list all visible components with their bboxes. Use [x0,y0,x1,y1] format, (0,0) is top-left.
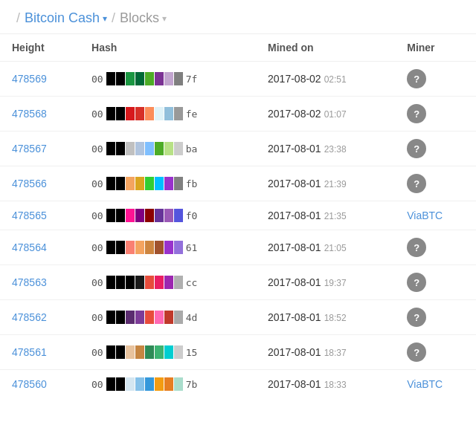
chevron-down-icon-2[interactable]: ▾ [162,13,167,24]
height-cell: 478560 [0,370,80,399]
mined-time: 18:33 [324,380,347,390]
mined-on-cell: 2017-08-0121:39 [256,166,395,201]
blocks-table: Height Hash Mined on Miner 478569007f201… [0,34,476,398]
mined-on-cell: 2017-08-0118:37 [256,335,395,370]
miner-link[interactable]: ViaBTC [407,378,443,390]
bitcoin-cash-label: Bitcoin Cash [25,10,100,26]
height-link[interactable]: 478567 [12,143,47,155]
mined-time: 21:39 [324,179,347,189]
mined-on-cell: 2017-08-0119:37 [256,265,395,300]
height-link[interactable]: 478560 [12,378,47,390]
table-row: 47856800fe2017-08-0201:07? [0,97,476,132]
mined-date: 2017-08-01 [268,143,321,155]
blocks-label-container: Blocks ▾ [120,10,167,26]
hash-prefix: 00 [91,210,103,221]
miner-cell: ? [395,166,476,201]
mined-date: 2017-08-01 [268,241,321,253]
table-row: 47856300cc2017-08-0119:37? [0,265,476,300]
height-cell: 478561 [0,335,80,370]
table-row: 47856500f02017-08-0121:35ViaBTC [0,201,476,230]
mined-date: 2017-08-01 [268,210,321,221]
hash-prefix: 00 [91,108,103,120]
hash-cell: 00f0 [80,201,256,230]
hash-cell: 004d [80,300,256,335]
hash-suffix: fe [186,108,198,120]
hash-prefix: 00 [91,347,103,358]
table-row: 478569007f2017-08-0202:51? [0,62,476,97]
height-link[interactable]: 478562 [12,311,47,323]
height-link[interactable]: 478564 [12,241,47,253]
height-link[interactable]: 478561 [12,346,47,358]
mined-date: 2017-08-01 [268,346,321,358]
mined-date: 2017-08-01 [268,178,321,189]
separator-1: / [16,10,20,26]
hash-prefix: 00 [91,74,103,85]
table-row: 47856700ba2017-08-0123:38? [0,132,476,166]
hash-suffix: fb [186,178,198,189]
hash-bar [106,142,183,155]
hash-bar [106,107,183,120]
miner-unknown-badge: ? [407,273,426,292]
table-header: Height Hash Mined on Miner [0,34,476,62]
chevron-down-icon-1[interactable]: ▾ [103,13,107,24]
miner-unknown-badge: ? [407,343,426,362]
miner-unknown-badge: ? [407,104,426,123]
hash-prefix: 00 [91,379,103,390]
miner-cell: ? [395,300,476,335]
col-hash: Hash [80,34,256,62]
height-cell: 478568 [0,97,80,132]
col-miner: Miner [395,34,476,62]
table-row: 478560007b2017-08-0118:33ViaBTC [0,370,476,399]
table-row: 47856400612017-08-0121:05? [0,230,476,265]
mined-date: 2017-08-01 [268,311,321,323]
bitcoin-cash-link[interactable]: Bitcoin Cash ▾ [25,10,107,26]
mined-on-cell: 2017-08-0118:33 [256,370,395,399]
hash-cell: 00fe [80,97,256,132]
height-cell: 478563 [0,265,80,300]
mined-date: 2017-08-02 [268,73,321,85]
height-link[interactable]: 478563 [12,276,47,288]
height-link[interactable]: 478566 [12,178,47,189]
mined-time: 02:51 [324,74,347,85]
height-link[interactable]: 478569 [12,73,47,85]
hash-cell: 00cc [80,265,256,300]
height-link[interactable]: 478568 [12,108,47,120]
mined-date: 2017-08-01 [268,378,321,390]
mined-time: 19:37 [324,278,347,288]
hash-cell: 007b [80,370,256,399]
height-cell: 478564 [0,230,80,265]
hash-suffix: 61 [186,242,198,253]
col-height: Height [0,34,80,62]
hash-bar [106,241,183,254]
hash-bar [106,377,183,391]
hash-prefix: 00 [91,312,103,323]
mined-on-cell: 2017-08-0121:05 [256,230,395,265]
miner-link[interactable]: ViaBTC [407,210,443,221]
hash-prefix: 00 [91,277,103,288]
hash-prefix: 00 [91,143,103,155]
hash-prefix: 00 [91,178,103,189]
table-body: 478569007f2017-08-0202:51?47856800fe2017… [0,62,476,399]
hash-suffix: 7b [186,379,198,390]
height-cell: 478562 [0,300,80,335]
height-link[interactable]: 478565 [12,210,47,221]
miner-cell: ViaBTC [395,201,476,230]
height-cell: 478567 [0,132,80,166]
mined-on-cell: 2017-08-0123:38 [256,132,395,166]
hash-cell: 00ba [80,132,256,166]
hash-suffix: ba [186,143,198,155]
miner-unknown-badge: ? [407,139,426,158]
mined-on-cell: 2017-08-0118:52 [256,300,395,335]
hash-cell: 0015 [80,335,256,370]
miner-cell: ? [395,97,476,132]
height-cell: 478565 [0,201,80,230]
table-row: 47856600fb2017-08-0121:39? [0,166,476,201]
miner-unknown-badge: ? [407,69,426,88]
hash-prefix: 00 [91,242,103,253]
mined-time: 21:35 [324,211,347,221]
mined-date: 2017-08-02 [268,108,321,120]
hash-bar [106,276,183,289]
miner-cell: ? [395,62,476,97]
miner-cell: ViaBTC [395,370,476,399]
hash-cell: 0061 [80,230,256,265]
